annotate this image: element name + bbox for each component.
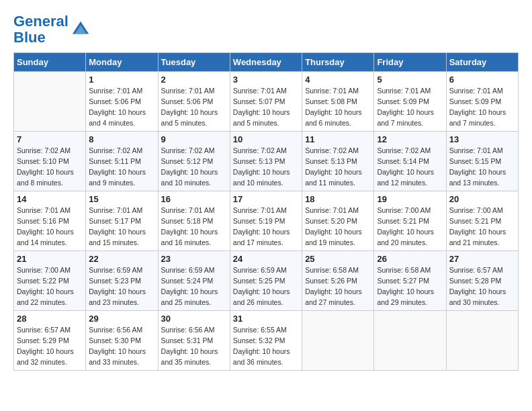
day-info: Sunrise: 7:00 AM Sunset: 5:21 PM Dayligh… [449, 205, 515, 248]
day-info: Sunrise: 6:55 AM Sunset: 5:32 PM Dayligh… [233, 325, 299, 367]
day-info: Sunrise: 7:01 AM Sunset: 5:06 PM Dayligh… [89, 86, 154, 128]
calendar-cell: 1Sunrise: 7:01 AM Sunset: 5:06 PM Daylig… [86, 72, 158, 132]
calendar-cell: 27Sunrise: 6:57 AM Sunset: 5:28 PM Dayli… [446, 251, 518, 311]
day-number: 1 [89, 75, 154, 85]
calendar-cell: 2Sunrise: 7:01 AM Sunset: 5:06 PM Daylig… [158, 72, 230, 132]
day-number: 27 [449, 254, 515, 264]
calendar-cell: 28Sunrise: 6:57 AM Sunset: 5:29 PM Dayli… [14, 311, 86, 371]
day-number: 3 [233, 75, 299, 85]
logo-text: GeneralBlue [13, 13, 69, 46]
calendar-cell: 8Sunrise: 7:02 AM Sunset: 5:11 PM Daylig… [86, 132, 158, 191]
day-number: 29 [89, 314, 154, 324]
calendar-cell: 7Sunrise: 7:02 AM Sunset: 5:10 PM Daylig… [14, 132, 86, 191]
calendar-cell: 15Sunrise: 7:01 AM Sunset: 5:17 PM Dayli… [86, 191, 158, 251]
col-header-saturday: Saturday [446, 53, 518, 72]
day-number: 30 [161, 314, 227, 324]
day-number: 23 [161, 254, 227, 264]
day-number: 11 [305, 134, 371, 144]
day-number: 22 [89, 254, 154, 264]
day-info: Sunrise: 7:02 AM Sunset: 5:14 PM Dayligh… [377, 146, 443, 188]
calendar-cell: 21Sunrise: 7:00 AM Sunset: 5:22 PM Dayli… [14, 251, 86, 311]
day-info: Sunrise: 7:01 AM Sunset: 5:06 PM Dayligh… [161, 86, 227, 128]
calendar-week-row: 21Sunrise: 7:00 AM Sunset: 5:22 PM Dayli… [14, 251, 519, 311]
calendar-cell: 23Sunrise: 6:59 AM Sunset: 5:24 PM Dayli… [158, 251, 230, 311]
day-number: 18 [305, 194, 371, 204]
calendar-cell: 4Sunrise: 7:01 AM Sunset: 5:08 PM Daylig… [302, 72, 374, 132]
calendar-cell: 13Sunrise: 7:01 AM Sunset: 5:15 PM Dayli… [446, 132, 518, 191]
calendar-cell: 11Sunrise: 7:02 AM Sunset: 5:13 PM Dayli… [302, 132, 374, 191]
day-info: Sunrise: 6:59 AM Sunset: 5:24 PM Dayligh… [161, 265, 227, 308]
calendar-body: 1Sunrise: 7:01 AM Sunset: 5:06 PM Daylig… [14, 72, 519, 371]
calendar-cell: 12Sunrise: 7:02 AM Sunset: 5:14 PM Dayli… [374, 132, 446, 191]
calendar-cell: 29Sunrise: 6:56 AM Sunset: 5:30 PM Dayli… [86, 311, 158, 371]
calendar-cell: 30Sunrise: 6:56 AM Sunset: 5:31 PM Dayli… [158, 311, 230, 371]
day-info: Sunrise: 7:01 AM Sunset: 5:17 PM Dayligh… [89, 205, 154, 248]
col-header-sunday: Sunday [14, 53, 86, 72]
calendar-cell: 6Sunrise: 7:01 AM Sunset: 5:09 PM Daylig… [446, 72, 518, 132]
calendar-cell: 10Sunrise: 7:02 AM Sunset: 5:13 PM Dayli… [230, 132, 302, 191]
calendar-cell: 24Sunrise: 6:59 AM Sunset: 5:25 PM Dayli… [230, 251, 302, 311]
calendar-cell: 3Sunrise: 7:01 AM Sunset: 5:07 PM Daylig… [230, 72, 302, 132]
day-number: 7 [17, 134, 83, 144]
day-info: Sunrise: 7:02 AM Sunset: 5:12 PM Dayligh… [161, 146, 227, 188]
calendar-cell: 31Sunrise: 6:55 AM Sunset: 5:32 PM Dayli… [230, 311, 302, 371]
day-info: Sunrise: 7:00 AM Sunset: 5:21 PM Dayligh… [377, 205, 443, 248]
calendar-cell: 9Sunrise: 7:02 AM Sunset: 5:12 PM Daylig… [158, 132, 230, 191]
calendar-cell: 5Sunrise: 7:01 AM Sunset: 5:09 PM Daylig… [374, 72, 446, 132]
day-number: 31 [233, 314, 299, 324]
day-info: Sunrise: 6:57 AM Sunset: 5:28 PM Dayligh… [449, 265, 515, 308]
col-header-wednesday: Wednesday [230, 53, 302, 72]
day-number: 24 [233, 254, 299, 264]
day-info: Sunrise: 7:01 AM Sunset: 5:09 PM Dayligh… [449, 86, 515, 128]
calendar-cell: 25Sunrise: 6:58 AM Sunset: 5:26 PM Dayli… [302, 251, 374, 311]
day-number: 10 [233, 134, 299, 144]
calendar-cell [374, 311, 446, 371]
day-info: Sunrise: 6:59 AM Sunset: 5:25 PM Dayligh… [233, 265, 299, 308]
col-header-tuesday: Tuesday [158, 53, 230, 72]
day-number: 14 [17, 194, 83, 204]
calendar-cell [302, 311, 374, 371]
calendar-week-row: 7Sunrise: 7:02 AM Sunset: 5:10 PM Daylig… [14, 132, 519, 191]
day-info: Sunrise: 6:56 AM Sunset: 5:30 PM Dayligh… [89, 325, 154, 367]
calendar-table: SundayMondayTuesdayWednesdayThursdayFrid… [13, 52, 519, 371]
calendar-cell: 16Sunrise: 7:01 AM Sunset: 5:18 PM Dayli… [158, 191, 230, 251]
day-number: 5 [377, 75, 443, 85]
day-info: Sunrise: 6:57 AM Sunset: 5:29 PM Dayligh… [17, 325, 83, 367]
calendar-cell: 20Sunrise: 7:00 AM Sunset: 5:21 PM Dayli… [446, 191, 518, 251]
day-info: Sunrise: 7:02 AM Sunset: 5:10 PM Dayligh… [17, 146, 83, 188]
day-number: 25 [305, 254, 371, 264]
col-header-friday: Friday [374, 53, 446, 72]
day-info: Sunrise: 7:01 AM Sunset: 5:16 PM Dayligh… [17, 205, 83, 248]
calendar-cell: 19Sunrise: 7:00 AM Sunset: 5:21 PM Dayli… [374, 191, 446, 251]
col-header-thursday: Thursday [302, 53, 374, 72]
day-info: Sunrise: 7:01 AM Sunset: 5:20 PM Dayligh… [305, 205, 371, 248]
day-info: Sunrise: 7:01 AM Sunset: 5:07 PM Dayligh… [233, 86, 299, 128]
day-info: Sunrise: 7:01 AM Sunset: 5:19 PM Dayligh… [233, 205, 299, 248]
day-info: Sunrise: 7:02 AM Sunset: 5:13 PM Dayligh… [305, 146, 371, 188]
day-number: 4 [305, 75, 371, 85]
day-number: 16 [161, 194, 227, 204]
day-number: 19 [377, 194, 443, 204]
day-number: 17 [233, 194, 299, 204]
day-number: 21 [17, 254, 83, 264]
day-number: 8 [89, 134, 154, 144]
page-header: GeneralBlue [13, 13, 519, 46]
day-number: 9 [161, 134, 227, 144]
day-info: Sunrise: 7:01 AM Sunset: 5:09 PM Dayligh… [377, 86, 443, 128]
day-number: 28 [17, 314, 83, 324]
logo-icon [71, 20, 90, 39]
day-number: 2 [161, 75, 227, 85]
day-info: Sunrise: 7:01 AM Sunset: 5:18 PM Dayligh… [161, 205, 227, 248]
logo: GeneralBlue [13, 13, 90, 46]
day-number: 26 [377, 254, 443, 264]
day-number: 15 [89, 194, 154, 204]
day-number: 20 [449, 194, 515, 204]
calendar-header-row: SundayMondayTuesdayWednesdayThursdayFrid… [14, 53, 519, 72]
day-info: Sunrise: 6:56 AM Sunset: 5:31 PM Dayligh… [161, 325, 227, 367]
calendar-cell [14, 72, 86, 132]
calendar-week-row: 14Sunrise: 7:01 AM Sunset: 5:16 PM Dayli… [14, 191, 519, 251]
calendar-cell: 18Sunrise: 7:01 AM Sunset: 5:20 PM Dayli… [302, 191, 374, 251]
day-info: Sunrise: 7:02 AM Sunset: 5:11 PM Dayligh… [89, 146, 154, 188]
col-header-monday: Monday [86, 53, 158, 72]
day-number: 12 [377, 134, 443, 144]
